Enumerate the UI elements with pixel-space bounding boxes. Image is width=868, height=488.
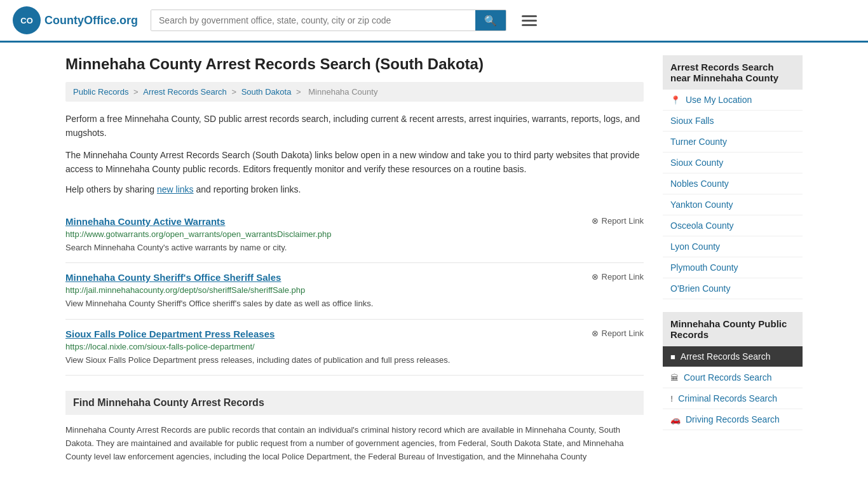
sidebar-item-sioux-falls[interactable]: Sioux Falls [663,111,803,132]
criminal-records-link[interactable]: Criminal Records Search [678,393,777,403]
link-title-2[interactable]: Sioux Falls Police Department Press Rele… [65,329,275,339]
intro-paragraph-2: The Minnehaha County Arrest Records Sear… [65,148,644,177]
search-input[interactable] [151,10,475,30]
sidebar-item-lyon-county[interactable]: Lyon County [663,236,803,257]
location-icon: 📍 [670,95,681,105]
yankton-county-link[interactable]: Yankton County [670,200,733,210]
svg-text:CO: CO [20,16,33,25]
share-text: Help others by sharing new links and rep… [65,184,644,194]
driving-records-icon: 🚗 [670,415,681,424]
link-entries: Minnehaha County Active Warrants ⊗ Repor… [65,207,644,376]
sidebar-item-nobles-county[interactable]: Nobles County [663,173,803,194]
logo[interactable]: CO CountyOffice.org [13,6,138,34]
link-url-2[interactable]: https://local.nixle.com/sioux-falls-poli… [65,342,644,351]
link-title-1[interactable]: Minnehaha County Sheriff's Office Sherif… [65,272,281,283]
report-icon-1: ⊗ [592,272,599,281]
osceola-county-link[interactable]: Osceola County [670,220,734,231]
main-wrapper: Minnehaha County Arrest Records Search (… [53,43,815,476]
breadcrumb-arrest-records[interactable]: Arrest Records Search [143,87,227,97]
link-entry-0: Minnehaha County Active Warrants ⊗ Repor… [65,207,644,264]
sioux-county-link[interactable]: Sioux County [670,158,723,168]
breadcrumb-current: Minnehaha County [308,87,377,97]
use-my-location[interactable]: 📍 Use My Location [663,90,803,111]
link-entry-2: Sioux Falls Police Department Press Rele… [65,320,644,376]
plymouth-county-link[interactable]: Plymouth County [670,262,738,273]
court-records-link[interactable]: Court Records Search [684,372,772,383]
use-my-location-link[interactable]: Use My Location [686,95,752,105]
sidebar-item-arrest-records[interactable]: ■ Arrest Records Search [663,346,803,367]
nobles-county-link[interactable]: Nobles County [670,179,729,189]
breadcrumb-south-dakota[interactable]: South Dakota [241,87,292,97]
menu-button[interactable] [519,13,539,29]
sidebar-item-yankton-county[interactable]: Yankton County [663,194,803,215]
public-records-section: Minnehaha County Public Records ■ Arrest… [663,312,803,430]
site-header: CO CountyOffice.org 🔍 [0,0,868,43]
link-entry-1: Minnehaha County Sheriff's Office Sherif… [65,263,644,320]
sidebar: Arrest Records Search near Minnehaha Cou… [663,55,803,463]
search-bar: 🔍 [151,10,506,31]
link-url-0[interactable]: http://www.gotwarrants.org/open_warrants… [65,229,644,239]
link-desc-0: Search Minnehaha County's active warrant… [65,241,644,254]
report-link-button-1[interactable]: ⊗ Report Link [592,272,644,281]
court-records-icon: 🏛 [670,373,679,383]
find-section-desc: Minnehaha County Arrest Records are publ… [65,424,644,463]
find-section-title: Find Minnehaha County Arrest Records [65,391,644,415]
lyon-county-link[interactable]: Lyon County [670,241,720,252]
public-records-header: Minnehaha County Public Records [663,312,803,346]
new-links-link[interactable]: new links [157,184,194,194]
nearby-section-header: Arrest Records Search near Minnehaha Cou… [663,55,803,90]
page-title: Minnehaha County Arrest Records Search (… [65,55,644,73]
sioux-falls-link[interactable]: Sioux Falls [670,116,714,126]
link-url-1[interactable]: http://jail.minnehahacounty.org/dept/so/… [65,285,644,295]
sidebar-item-turner-county[interactable]: Turner County [663,132,803,152]
link-desc-1: View Minnehaha County Sheriff's Office s… [65,297,644,310]
link-title-0[interactable]: Minnehaha County Active Warrants [65,216,225,227]
logo-icon: CO [13,6,41,34]
intro-paragraph-1: Perform a free Minnehaha County, SD publ… [65,112,644,140]
driving-records-link[interactable]: Driving Records Search [686,414,780,424]
turner-county-link[interactable]: Turner County [670,137,727,147]
report-link-button-2[interactable]: ⊗ Report Link [592,329,644,338]
report-link-button-0[interactable]: ⊗ Report Link [592,216,644,226]
link-desc-2: View Sioux Falls Police Department press… [65,354,644,367]
report-icon-2: ⊗ [592,329,599,338]
breadcrumb: Public Records > Arrest Records Search >… [65,82,644,102]
sidebar-item-osceola-county[interactable]: Osceola County [663,215,803,236]
report-icon-0: ⊗ [592,216,599,226]
logo-text: CountyOffice.org [44,14,138,27]
sidebar-item-court-records[interactable]: 🏛 Court Records Search [663,367,803,388]
arrest-records-icon: ■ [670,352,675,362]
sidebar-item-driving-records[interactable]: 🚗 Driving Records Search [663,409,803,430]
sidebar-item-obrien-county[interactable]: O'Brien County [663,278,803,299]
breadcrumb-public-records[interactable]: Public Records [73,87,128,97]
criminal-records-icon: ! [670,394,673,403]
sidebar-item-sioux-county[interactable]: Sioux County [663,152,803,173]
sidebar-item-criminal-records[interactable]: ! Criminal Records Search [663,388,803,409]
obrien-county-link[interactable]: O'Brien County [670,283,731,294]
content-area: Minnehaha County Arrest Records Search (… [65,55,644,463]
nearby-section: Arrest Records Search near Minnehaha Cou… [663,55,803,299]
arrest-records-label: Arrest Records Search [681,351,771,362]
sidebar-item-plymouth-county[interactable]: Plymouth County [663,257,803,278]
find-section: Find Minnehaha County Arrest Records Min… [65,391,644,463]
search-icon: 🔍 [484,15,497,26]
search-button[interactable]: 🔍 [475,10,506,30]
